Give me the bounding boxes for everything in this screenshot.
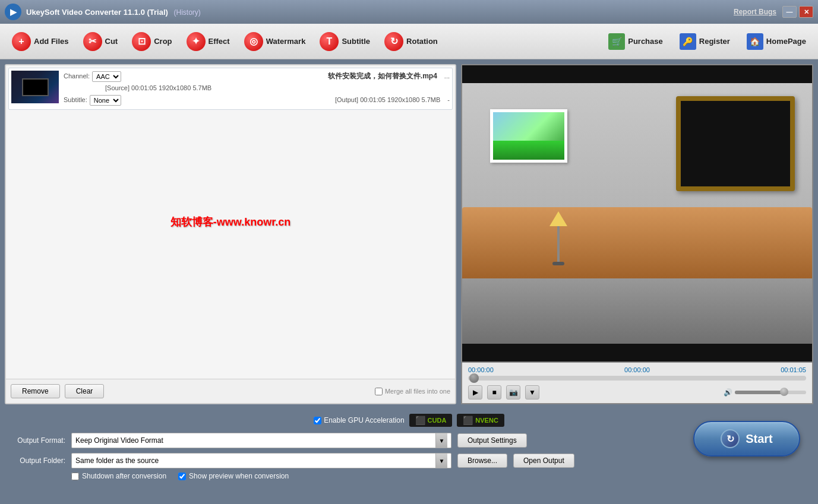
shutdown-label: Shutdown after conversion <box>82 472 166 480</box>
nvidia-cuda-icon: ⬛ <box>415 416 425 425</box>
toolbar: + Add Files ✂ Cut ⊡ Crop ✦ Effect ◎ Wate… <box>0 24 818 59</box>
homepage-icon: 🏠 <box>747 33 763 50</box>
lamp-shade <box>549 211 567 226</box>
controls-row: ▶ ■ 📷 ▼ 🔊 <box>468 385 806 400</box>
video-scene <box>462 83 812 344</box>
history-link[interactable]: (History) <box>174 8 201 17</box>
open-output-button[interactable]: Open Output <box>513 454 574 468</box>
nvidia-nvenc-icon: ⬛ <box>463 416 473 425</box>
file-name: 软件安装完成，如何替换文件.mp4 <box>328 71 437 82</box>
shutdown-checkbox[interactable] <box>71 473 79 480</box>
time-start: 00:00:00 <box>468 366 494 373</box>
time-end: 00:01:05 <box>781 366 806 373</box>
play-button[interactable]: ▶ <box>468 385 482 400</box>
thumbnail-preview <box>11 71 59 103</box>
preview-checkbox[interactable] <box>178 473 186 480</box>
preview-item: Show preview when conversion <box>178 472 289 480</box>
file-menu-dots[interactable]: ... <box>444 71 450 82</box>
minimize-button[interactable]: — <box>782 6 797 18</box>
cuda-label: CUDA <box>428 417 447 424</box>
scene-blackboard <box>676 96 795 191</box>
merge-checkbox[interactable] <box>375 388 383 395</box>
scene-table <box>462 207 812 278</box>
report-bugs-link[interactable]: Report Bugs <box>734 8 776 16</box>
format-value: Keep Original Video Format <box>75 436 435 445</box>
subtitle-select[interactable]: None <box>90 95 121 106</box>
homepage-button[interactable]: 🏠 HomePage <box>741 30 812 53</box>
output-settings-button[interactable]: Output Settings <box>457 433 527 448</box>
titlebar: ▶ UkeySoft Video Converter 11.1.0 (Trial… <box>0 0 818 24</box>
add-files-button[interactable]: + Add Files <box>6 29 75 54</box>
file-thumbnail <box>11 71 59 103</box>
file-list: Channel: AAC 软件安装完成，如何替换文件.mp4 ... [Sour… <box>6 65 455 112</box>
folder-value: Same folder as the source <box>75 457 435 465</box>
channel-label: Channel: <box>64 71 90 82</box>
clear-button[interactable]: Clear <box>65 384 105 398</box>
crop-button[interactable]: ⊡ Crop <box>126 29 178 54</box>
volume-icon: 🔊 <box>724 388 732 397</box>
file-list-buttons: Remove Clear Merge all files into one <box>6 379 455 403</box>
volume-handle[interactable] <box>780 388 788 396</box>
close-button[interactable]: ✕ <box>799 6 813 18</box>
effect-button[interactable]: ✦ Effect <box>181 29 236 54</box>
merge-label: Merge all files into one <box>385 388 450 395</box>
register-button[interactable]: 🔑 Register <box>674 30 736 53</box>
add-files-icon: + <box>12 32 31 51</box>
app-title: UkeySoft Video Converter 11.1.0 (Trial) … <box>26 8 734 17</box>
rotation-button[interactable]: ↻ Rotation <box>378 29 444 54</box>
purchase-icon: 🛒 <box>608 33 625 50</box>
volume-area: 🔊 <box>724 388 806 397</box>
folder-row: Output Folder: Same folder as the source… <box>6 453 812 468</box>
folder-input[interactable]: Same folder as the source ▼ <box>71 453 451 468</box>
folder-dropdown-arrow[interactable]: ▼ <box>435 454 447 468</box>
register-icon: 🔑 <box>680 33 696 50</box>
stop-button[interactable]: ■ <box>487 385 501 400</box>
bottom-section: Enable GPU Acceleration ⬛ CUDA ⬛ NVENC O… <box>0 409 818 486</box>
purchase-button[interactable]: 🛒 Purchase <box>602 30 669 53</box>
format-row: Output Format: Keep Original Video Forma… <box>6 433 812 448</box>
lamp-pole <box>557 226 560 262</box>
cuda-badge: ⬛ CUDA <box>409 414 453 427</box>
file-list-area: Channel: AAC 软件安装完成，如何替换文件.mp4 ... [Sour… <box>6 65 455 379</box>
browse-button[interactable]: Browse... <box>457 454 507 468</box>
lamp-base <box>552 262 564 265</box>
start-icon: ↻ <box>721 429 740 448</box>
cut-button[interactable]: ✂ Cut <box>77 29 124 54</box>
gpu-label: Enable GPU Acceleration <box>324 416 404 424</box>
watermark-button[interactable]: ◎ Watermark <box>238 29 312 54</box>
file-panel: Channel: AAC 软件安装完成，如何替换文件.mp4 ... [Sour… <box>5 64 456 404</box>
window-controls: — ✕ <box>782 6 813 18</box>
gpu-check: Enable GPU Acceleration <box>314 416 404 424</box>
main-layout: Channel: AAC 软件安装完成，如何替换文件.mp4 ... [Sour… <box>0 59 818 409</box>
start-button[interactable]: ↻ Start <box>693 421 800 457</box>
effect-icon: ✦ <box>187 32 206 51</box>
remove-button[interactable]: Remove <box>11 384 60 398</box>
subtitle-row: Subtitle: None [Output] 00:01:05 1920x10… <box>64 95 450 106</box>
format-dropdown-arrow[interactable]: ▼ <box>435 433 447 448</box>
progress-handle[interactable] <box>469 373 479 383</box>
file-dash: - <box>447 95 450 106</box>
source-info: [Source] 00:01:05 1920x1080 5.7MB <box>105 83 450 94</box>
preview-label: Show preview when conversion <box>189 472 289 480</box>
subtitle-button[interactable]: T Subtitle <box>314 29 376 54</box>
scene-picture-content <box>493 112 564 160</box>
gpu-row: Enable GPU Acceleration ⬛ CUDA ⬛ NVENC <box>6 414 812 427</box>
cut-icon: ✂ <box>83 32 102 51</box>
screenshot-button[interactable]: 📷 <box>506 385 520 400</box>
video-bottom-bar <box>462 344 812 362</box>
crop-icon: ⊡ <box>132 32 151 51</box>
gpu-checkbox[interactable] <box>314 417 321 424</box>
folder-label: Output Folder: <box>6 457 65 465</box>
checkbox-row: Shutdown after conversion Show preview w… <box>71 472 812 480</box>
format-input[interactable]: Keep Original Video Format ▼ <box>71 433 451 448</box>
screenshot-dropdown[interactable]: ▼ <box>525 385 539 400</box>
time-mid: 00:00:00 <box>624 366 650 373</box>
video-top-bar <box>462 65 812 83</box>
volume-bar[interactable] <box>735 391 806 394</box>
logo-icon: ▶ <box>10 7 17 17</box>
output-rows: Output Format: Keep Original Video Forma… <box>6 433 812 468</box>
progress-bar[interactable] <box>468 376 806 381</box>
channel-select[interactable]: AAC <box>92 71 121 82</box>
subtitle-icon: T <box>320 32 339 51</box>
nvenc-badge: ⬛ NVENC <box>457 414 504 427</box>
